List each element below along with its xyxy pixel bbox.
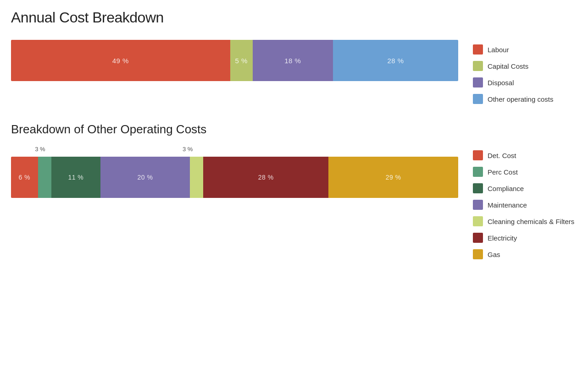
chart1-legend: LabourCapital CostsDisposalOther operati… — [473, 40, 574, 104]
legend-swatch — [473, 233, 483, 243]
legend-item: Maintenance — [473, 200, 574, 210]
chart2-legend: Det. CostPerc CostComplianceMaintenanceC… — [473, 146, 574, 259]
legend-swatch — [473, 183, 483, 193]
bar-segment-capital-costs: 5 % — [230, 40, 253, 81]
legend-item: Gas — [473, 249, 574, 259]
legend-swatch — [473, 44, 483, 55]
legend-label: Perc Cost — [488, 168, 518, 176]
legend-label: Cleaning chemicals & Filters — [488, 218, 574, 225]
legend-item: Compliance — [473, 183, 574, 193]
legend-label: Capital Costs — [488, 62, 528, 70]
legend-swatch — [473, 77, 483, 88]
bar-top-label: 3 % — [35, 146, 45, 153]
chart2-section: Breakdown of Other Operating Costs 3 %3 … — [11, 122, 577, 259]
legend-item: Perc Cost — [473, 167, 574, 177]
legend-label: Det. Cost — [488, 152, 516, 159]
chart1-bar-wrapper: 49 %5 %18 %28 % — [11, 40, 458, 81]
bar-segment-disposal: 18 % — [253, 40, 333, 81]
legend-item: Det. Cost — [473, 150, 574, 160]
chart2-bar-wrapper: 3 %3 % 6 %11 %20 %28 %29 % — [11, 146, 458, 198]
chart1-stacked-bar: 49 %5 %18 %28 % — [11, 40, 458, 81]
bar-segment-electricity: 28 % — [203, 157, 328, 198]
bar-top-label: 3 % — [183, 146, 193, 153]
legend-swatch — [473, 94, 483, 104]
legend-label: Compliance — [488, 185, 524, 192]
bar-segment-other-operating-costs: 28 % — [333, 40, 458, 81]
bar-segment-maintenance: 20 % — [100, 157, 190, 198]
legend-item: Electricity — [473, 233, 574, 243]
legend-item: Cleaning chemicals & Filters — [473, 216, 574, 226]
legend-swatch — [473, 167, 483, 177]
bar-segment-perc-cost — [38, 157, 51, 198]
legend-label: Labour — [488, 46, 509, 54]
bar-segment-compliance: 11 % — [51, 157, 100, 198]
bar-segment-det.-cost: 6 % — [11, 157, 38, 198]
chart2-stacked-bar: 6 %11 %20 %28 %29 % — [11, 157, 458, 198]
legend-swatch — [473, 216, 483, 226]
legend-item: Disposal — [473, 77, 574, 88]
bar-segment-cleaning-chemicals-&-filters — [190, 157, 203, 198]
bar-segment-gas: 29 % — [328, 157, 458, 198]
legend-label: Gas — [488, 251, 500, 258]
page-title: Annual Cost Breakdown — [11, 9, 577, 26]
legend-swatch — [473, 249, 483, 259]
chart2-top-labels: 3 %3 % — [11, 146, 458, 155]
chart1-container: 49 %5 %18 %28 % LabourCapital CostsDispo… — [11, 40, 577, 104]
legend-item: Capital Costs — [473, 61, 574, 71]
legend-swatch — [473, 61, 483, 71]
legend-item: Other operating costs — [473, 94, 574, 104]
legend-item: Labour — [473, 44, 574, 55]
legend-label: Disposal — [488, 79, 514, 87]
bar-segment-labour: 49 % — [11, 40, 230, 81]
chart1-section: 49 %5 %18 %28 % LabourCapital CostsDispo… — [11, 40, 577, 104]
chart2-container: 3 %3 % 6 %11 %20 %28 %29 % Det. CostPerc… — [11, 146, 577, 259]
legend-label: Electricity — [488, 234, 517, 242]
legend-swatch — [473, 200, 483, 210]
legend-swatch — [473, 150, 483, 160]
legend-label: Maintenance — [488, 201, 527, 209]
legend-label: Other operating costs — [488, 95, 553, 103]
chart2-title: Breakdown of Other Operating Costs — [11, 122, 577, 137]
